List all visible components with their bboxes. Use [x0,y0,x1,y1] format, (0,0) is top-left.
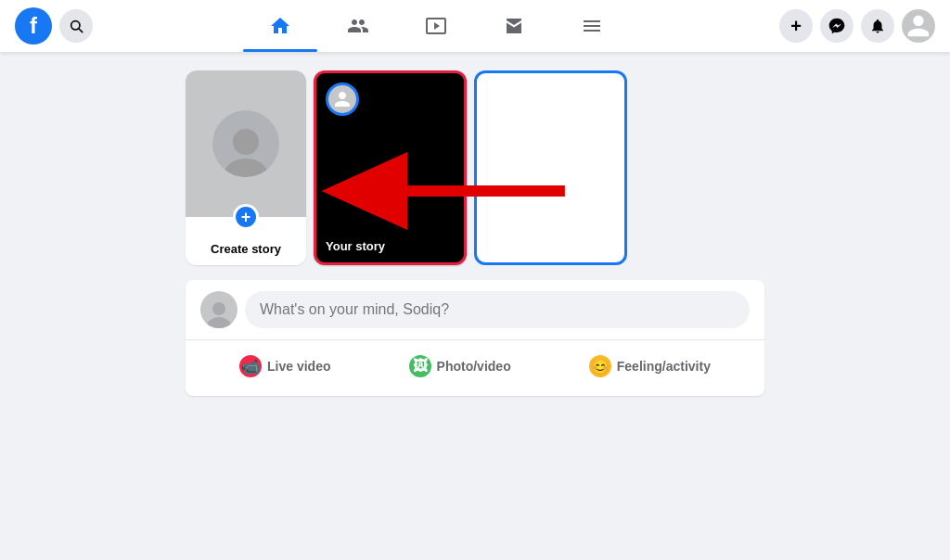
nav-item-watch[interactable] [399,4,473,48]
your-story-card[interactable]: Your story [314,70,467,265]
menu-icon [581,15,603,37]
post-box-top [200,291,750,328]
story-avatar-icon [331,88,353,110]
navbar: f [0,0,950,52]
photo-video-label: Photo/video [437,359,511,374]
navbar-center [93,4,779,48]
post-input[interactable] [245,291,750,328]
messenger-icon [828,17,846,35]
photo-video-icon: 🖼 [409,355,431,377]
svg-point-2 [233,129,259,155]
navbar-left: f [15,7,93,45]
feeling-activity-button[interactable]: 😊 Feeling/activity [574,348,725,385]
svg-point-7 [207,317,231,328]
notifications-button[interactable] [861,9,894,43]
nav-item-friends[interactable] [321,4,395,48]
post-box: 📹 Live video 🖼 Photo/video 😊 Feeling/act… [186,280,764,396]
watch-icon [425,15,447,37]
marketplace-icon [503,15,525,37]
home-icon [269,15,291,37]
third-story-card[interactable] [474,70,627,265]
main-content: + Create story Your story [0,52,950,414]
navbar-right: + [779,9,935,43]
svg-line-1 [79,29,83,32]
stories-container: + Create story Your story [186,70,764,265]
post-actions: 📹 Live video 🖼 Photo/video 😊 Feeling/act… [200,348,750,385]
your-story-label: Your story [316,239,464,262]
search-icon [69,19,83,33]
create-story-avatar [212,110,279,177]
post-divider [186,339,764,340]
friends-icon [347,15,369,37]
live-video-button[interactable]: 📹 Live video [225,348,345,385]
messenger-button[interactable] [820,9,854,43]
live-video-icon: 📹 [239,355,262,377]
your-story-avatar [326,83,359,116]
stories-row: + Create story Your story [186,70,764,265]
nav-item-menu[interactable] [555,4,629,48]
feeling-activity-label: Feeling/activity [617,359,711,374]
nav-item-marketplace[interactable] [477,4,551,48]
create-story-card[interactable]: + Create story [186,70,306,265]
create-story-top: + [186,70,306,217]
nav-item-home[interactable] [243,4,317,48]
account-icon [905,13,931,39]
photo-video-button[interactable]: 🖼 Photo/video [394,348,526,385]
svg-point-6 [212,302,225,315]
feeling-activity-icon: 😊 [589,355,611,377]
create-button[interactable]: + [779,9,813,43]
create-story-label: Create story [211,242,281,256]
account-avatar[interactable] [902,9,935,43]
post-avatar-icon [204,299,234,328]
bell-icon [869,18,886,34]
plus-badge: + [233,204,259,230]
post-avatar [200,291,238,328]
person-silhouette-icon [218,121,274,177]
live-video-label: Live video [267,359,330,374]
search-button[interactable] [59,9,93,43]
svg-point-3 [224,159,268,177]
facebook-logo[interactable]: f [15,7,52,45]
